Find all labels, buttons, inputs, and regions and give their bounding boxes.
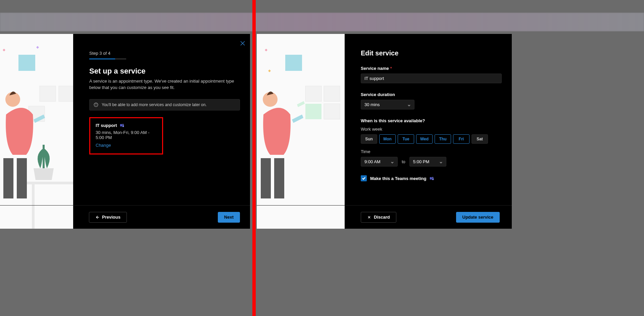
day-tue[interactable]: Tue [398, 134, 414, 144]
previous-label: Previous [102, 215, 120, 220]
teams-icon [120, 123, 125, 128]
next-button[interactable]: Next [218, 212, 240, 223]
svg-rect-1 [18, 55, 35, 71]
progress-bar [89, 58, 126, 59]
edit-footer: Discard Update service [257, 205, 512, 229]
chevron-down-icon [407, 103, 411, 106]
close-icon[interactable] [239, 40, 246, 47]
svg-rect-16 [285, 55, 302, 71]
duration-value: 30 mins [364, 102, 380, 107]
svg-rect-17 [305, 86, 321, 101]
time-label: Time [361, 149, 502, 154]
svg-rect-20 [324, 104, 340, 119]
svg-point-25 [432, 177, 434, 178]
chevron-down-icon [439, 160, 443, 164]
workweek-label: Work week [361, 127, 502, 132]
discard-label: Discard [374, 215, 390, 220]
close-icon [367, 215, 371, 219]
svg-rect-19 [305, 104, 321, 119]
arrow-left-icon [95, 215, 99, 219]
svg-rect-3 [59, 86, 73, 101]
previous-button[interactable]: Previous [89, 212, 127, 223]
service-name-label: Service name* [361, 66, 502, 71]
setup-wizard-panel: Step 3 of 4 Set up a service A service i… [0, 34, 250, 229]
info-icon [94, 102, 98, 107]
day-sat[interactable]: Sat [472, 134, 488, 144]
day-thu[interactable]: Thu [435, 134, 451, 144]
svg-rect-7 [17, 158, 27, 198]
service-name: IT support [96, 123, 117, 128]
duration-label: Service duration [361, 92, 502, 97]
time-to-select[interactable]: 5:00 PM [409, 157, 446, 167]
svg-rect-23 [274, 158, 284, 198]
teams-meeting-checkbox[interactable] [361, 175, 367, 181]
edit-title: Edit service [361, 49, 502, 57]
info-banner: You'll be able to add more services and … [89, 99, 240, 110]
svg-point-14 [122, 124, 123, 125]
day-sun[interactable]: Sun [361, 134, 377, 144]
page-subtitle: A service is an appointment type. We've … [89, 78, 237, 91]
time-from-select[interactable]: 9:00 AM [361, 157, 398, 167]
svg-rect-6 [3, 158, 13, 198]
day-fri[interactable]: Fri [453, 134, 469, 144]
svg-rect-24 [430, 177, 432, 180]
step-indicator: Step 3 of 4 [89, 51, 240, 56]
day-mon[interactable]: Mon [379, 134, 396, 144]
wizard-footer: Previous Next [0, 205, 250, 229]
service-name-input[interactable] [361, 74, 502, 83]
next-label: Next [224, 215, 234, 220]
chevron-down-icon [391, 160, 394, 164]
edit-service-panel: Edit service Service name* Service durat… [257, 34, 512, 229]
change-link[interactable]: Change [96, 143, 111, 148]
availability-label: When is this service available? [361, 118, 502, 123]
teams-icon [430, 176, 434, 181]
day-picker: SunMonTueWedThuFriSat [361, 134, 502, 144]
teams-meeting-label: Make this a Teams meeting [370, 176, 426, 181]
service-card: IT support 30 mins, Mon-Fri, 9:00 AM - 5… [89, 117, 163, 154]
illustration-left [0, 34, 73, 229]
svg-rect-8 [27, 182, 73, 184]
duration-select[interactable]: 30 mins [361, 100, 414, 109]
time-to-value: 5:00 PM [413, 159, 429, 164]
page-title: Set up a service [89, 67, 240, 76]
comparison-divider [252, 0, 256, 316]
svg-rect-22 [261, 158, 271, 198]
discard-button[interactable]: Discard [361, 212, 396, 223]
svg-point-12 [96, 103, 96, 104]
svg-rect-2 [40, 86, 56, 101]
svg-rect-18 [324, 86, 340, 101]
service-meta: 30 mins, Mon-Fri, 9:00 AM - 5:00 PM [96, 130, 157, 140]
update-label: Update service [462, 215, 494, 220]
to-label: to [402, 159, 405, 164]
illustration-right [257, 34, 345, 229]
time-from-value: 9:00 AM [364, 159, 381, 164]
svg-rect-13 [120, 124, 122, 127]
update-service-button[interactable]: Update service [456, 212, 500, 223]
info-text: You'll be able to add more services and … [102, 102, 207, 107]
day-wed[interactable]: Wed [416, 134, 433, 144]
